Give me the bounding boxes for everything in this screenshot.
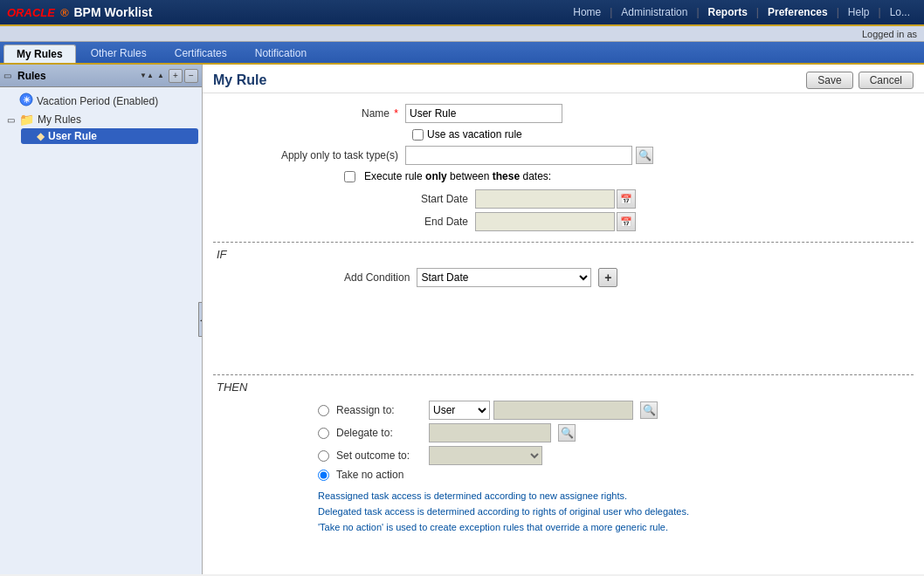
- if-title: IF: [213, 248, 914, 261]
- logo-area: ORACLE ® BPM Worklist: [7, 5, 152, 19]
- reassign-type-select[interactable]: User: [429, 401, 490, 420]
- execute-rule-label: Execute rule only between these dates:: [364, 170, 551, 182]
- delegate-target-input[interactable]: [429, 423, 551, 442]
- required-star: *: [391, 107, 398, 120]
- tree-item-userrule[interactable]: ◆ User Rule: [21, 128, 198, 144]
- nav-sep2: |: [694, 6, 700, 18]
- outcome-radio[interactable]: [318, 450, 329, 462]
- then-title: THEN: [213, 381, 914, 394]
- sidebar-controls: ▼▲ ▲ + −: [141, 69, 198, 83]
- nav-sep1: |: [608, 6, 614, 18]
- outcome-label: Set outcome to:: [336, 449, 424, 462]
- sidebar-title-area: ▭ Rules: [3, 70, 141, 82]
- reassign-target-input[interactable]: [493, 401, 633, 420]
- vacation-icon: ☀: [19, 93, 33, 109]
- nav-preferences[interactable]: Preferences: [761, 6, 835, 18]
- oracle-logo: ORACLE: [7, 6, 55, 19]
- vacation-checkbox-row: Use as vacation rule: [412, 128, 914, 141]
- content-area: My Rule Save Cancel Name * Use as vacati…: [203, 65, 924, 574]
- name-label: Name *: [213, 107, 405, 120]
- sidebar-header: ▭ Rules ▼▲ ▲ + −: [0, 65, 202, 87]
- no-action-radio[interactable]: [318, 470, 329, 481]
- add-condition-button[interactable]: +: [598, 268, 617, 287]
- app-title: BPM Worklist: [73, 5, 152, 19]
- no-action-row: Take no action: [318, 469, 914, 481]
- vacation-checkbox[interactable]: [412, 129, 424, 141]
- loggedin-bar: Logged in as: [0, 26, 924, 42]
- end-date-row: End Date 📅: [213, 212, 914, 231]
- doc-icon: ◆: [37, 130, 45, 142]
- outcome-inputs: [429, 446, 542, 465]
- nav-logout[interactable]: Lo...: [883, 6, 917, 18]
- content-body: Name * Use as vacation rule Apply only t…: [203, 93, 924, 574]
- tree-item-myrules-folder[interactable]: ▭ 📁 My Rules: [3, 111, 198, 128]
- vacation-checkbox-label: Use as vacation rule: [427, 128, 522, 141]
- app-header: ORACLE ® BPM Worklist Home | Administrat…: [0, 0, 924, 26]
- end-date-calendar-button[interactable]: 📅: [617, 212, 636, 231]
- info-link-2[interactable]: 'Take no action' is used to create excep…: [318, 519, 914, 535]
- delegate-search-button[interactable]: 🔍: [558, 424, 576, 442]
- svg-text:☀: ☀: [23, 95, 31, 105]
- nav-reports[interactable]: Reports: [701, 6, 755, 18]
- save-button[interactable]: Save: [806, 72, 852, 89]
- expand-myrules[interactable]: ▭: [7, 115, 16, 125]
- tm-symbol: ®: [60, 6, 69, 19]
- start-date-row: Start Date 📅: [213, 189, 914, 209]
- tab-other-rules[interactable]: Other Rules: [78, 44, 160, 63]
- start-date-calendar-button[interactable]: 📅: [617, 189, 636, 209]
- tab-my-rules[interactable]: My Rules: [3, 45, 76, 63]
- cancel-button[interactable]: Cancel: [858, 72, 914, 89]
- outcome-select[interactable]: [429, 446, 542, 465]
- delegate-radio[interactable]: [318, 428, 329, 439]
- start-date-input[interactable]: [475, 189, 615, 209]
- end-date-input[interactable]: [475, 212, 615, 231]
- info-links: Reassigned task access is determined acc…: [318, 488, 914, 535]
- nav-home[interactable]: Home: [566, 6, 608, 18]
- tab-notification[interactable]: Notification: [242, 44, 320, 63]
- content-header: My Rule Save Cancel: [203, 65, 924, 93]
- end-date-label: End Date: [213, 216, 475, 228]
- reassign-radio[interactable]: [318, 405, 329, 416]
- task-type-row: Apply only to task type(s) 🔍: [213, 146, 914, 165]
- tree-item-vacation[interactable]: ☀ Vacation Period (Enabled): [3, 91, 198, 111]
- sidebar-title: Rules: [17, 70, 46, 82]
- info-link-1[interactable]: Delegated task access is determined acco…: [318, 504, 914, 519]
- task-type-search-button[interactable]: 🔍: [636, 147, 653, 164]
- task-type-label: Apply only to task type(s): [213, 149, 405, 161]
- then-divider: [213, 374, 914, 375]
- delegate-label: Delegate to:: [336, 427, 424, 439]
- tab-certificates[interactable]: Certificates: [162, 44, 240, 63]
- loggedin-label: Logged in as: [862, 29, 917, 39]
- folder-icon: 📁: [19, 113, 34, 127]
- reassign-inputs: User 🔍: [429, 401, 658, 420]
- delegate-inputs: 🔍: [429, 423, 576, 442]
- reassign-search-button[interactable]: 🔍: [640, 401, 658, 419]
- page-title: My Rule: [213, 72, 266, 88]
- info-link-0[interactable]: Reassigned task access is determined acc…: [318, 488, 914, 504]
- action-buttons: Save Cancel: [806, 72, 914, 89]
- nav-sep4: |: [835, 6, 841, 18]
- remove-rule-button[interactable]: −: [184, 69, 198, 83]
- sort-icon[interactable]: ▼▲: [141, 70, 153, 82]
- reassign-row: Reassign to: User 🔍: [318, 401, 914, 420]
- collapse-icon[interactable]: ▭: [3, 71, 14, 81]
- main-layout: ▭ Rules ▼▲ ▲ + − ☀ Vacation Perio: [0, 65, 924, 574]
- sidebar-tree: ☀ Vacation Period (Enabled) ▭ 📁 My Rules…: [0, 87, 202, 574]
- nav-administration[interactable]: Administration: [614, 6, 694, 18]
- nav-help[interactable]: Help: [841, 6, 877, 18]
- start-date-label: Start Date: [213, 193, 475, 205]
- name-row: Name *: [213, 104, 914, 123]
- collapse-sidebar-button[interactable]: ◀: [198, 302, 203, 337]
- condition-select[interactable]: Start Date End Date Priority State: [417, 268, 591, 287]
- tab-bar: My Rules Other Rules Certificates Notifi…: [0, 42, 924, 65]
- task-type-input[interactable]: [405, 146, 632, 165]
- delegate-row: Delegate to: 🔍: [318, 423, 914, 442]
- top-nav: Home | Administration | Reports | Prefer…: [566, 6, 917, 18]
- up-icon[interactable]: ▲: [155, 70, 167, 82]
- add-rule-button[interactable]: +: [169, 69, 183, 83]
- sidebar: ▭ Rules ▼▲ ▲ + − ☀ Vacation Perio: [0, 65, 203, 574]
- if-divider: [213, 242, 914, 243]
- execute-rule-checkbox[interactable]: [344, 171, 355, 182]
- name-input[interactable]: [405, 104, 562, 123]
- add-condition-label: Add Condition: [344, 271, 410, 284]
